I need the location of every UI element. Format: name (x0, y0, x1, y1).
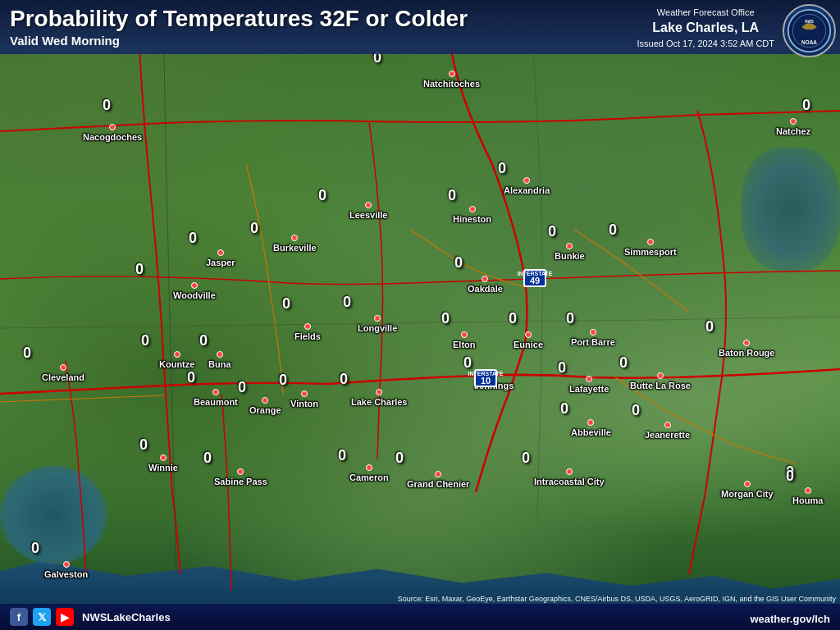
issued-time: Issued Oct 17, 2024 3:52 AM CDT (637, 38, 774, 50)
city-label: Lafayette (569, 376, 609, 394)
city-label: Buna (208, 351, 231, 369)
probability-value: 0 (509, 310, 517, 327)
probability-value: 0 (23, 345, 31, 362)
city-dot (217, 249, 224, 256)
probability-value: 0 (139, 436, 148, 454)
youtube-icon: ▶ (56, 608, 74, 626)
probability-value: 0 (802, 97, 810, 114)
nws-logo: NOAA NWS (783, 4, 836, 57)
svg-point-0 (788, 10, 830, 52)
city-dot (291, 235, 298, 241)
city-label: Alexandria (504, 177, 550, 195)
interstate-shield: INTERSTATE49 (523, 269, 546, 287)
probability-value: 0 (199, 332, 208, 349)
probability-value: 0 (463, 354, 472, 372)
footer: f 𝕏 ▶ NWSLakeCharles weather.gov/lch (0, 604, 840, 630)
city-name: Alexandria (504, 185, 550, 195)
city-label: Burkeville (273, 235, 317, 253)
svg-text:NWS: NWS (805, 20, 814, 24)
city-dot (262, 397, 268, 404)
probability-value: 0 (135, 261, 144, 278)
probability-value: 0 (282, 295, 290, 313)
probability-value: 0 (498, 160, 506, 177)
probability-value: 0 (343, 294, 351, 311)
city-dot (482, 276, 488, 282)
city-name: Abbeville (571, 427, 611, 437)
city-name: Elton (453, 340, 476, 349)
website-url: weather.gov/lch (750, 613, 830, 625)
city-label: Bunkie (555, 243, 585, 261)
city-dot (525, 331, 532, 338)
city-name: Baton Rouge (719, 348, 774, 358)
city-name: Eunice (514, 340, 543, 349)
city-dot (647, 239, 654, 245)
probability-value: 0 (566, 310, 574, 327)
social-icons: f 𝕏 ▶ NWSLakeCharles (10, 608, 171, 626)
city-name: Fields (294, 331, 321, 341)
probability-value: 0 (103, 97, 111, 114)
city-name: Kountze (159, 359, 194, 369)
city-label: Fields (294, 323, 321, 341)
city-name: Morgan City (721, 489, 774, 499)
city-name: Buna (208, 359, 231, 369)
probability-value: 0 (448, 187, 456, 204)
city-label: Intracoastal City (534, 468, 605, 486)
city-dot (664, 422, 671, 428)
probability-value: 0 (548, 223, 556, 240)
probability-value: 0 (340, 371, 348, 388)
city-dot (212, 389, 219, 395)
city-dot (587, 419, 594, 426)
city-dot (657, 372, 664, 379)
office-label: Weather Forecast Office (637, 7, 774, 19)
city-name: Nacogdoches (83, 132, 142, 142)
city-name: Sabine Pass (214, 477, 267, 486)
city-name: Longville (358, 323, 397, 333)
city-label: Natchitoches (423, 71, 480, 89)
city-label: Leesville (349, 202, 387, 220)
city-label: Winnie (148, 454, 178, 472)
city-name: Oakdale (468, 284, 503, 294)
city-dot (160, 454, 167, 461)
city-name: Bunkie (555, 251, 585, 261)
city-name: Houma (792, 495, 823, 505)
city-label: Morgan City (721, 481, 774, 499)
city-dot (304, 323, 311, 330)
city-name: Leesville (349, 210, 387, 220)
city-label: Simmesport (624, 239, 677, 257)
city-name: Simmesport (624, 247, 677, 257)
city-dot (366, 464, 372, 471)
city-name: Jeanerette (645, 430, 690, 440)
city-dot (301, 390, 308, 397)
city-dot (469, 206, 476, 212)
map-container: Probability of Temperatures 32F or Colde… (0, 0, 840, 630)
city-label: Longville (358, 315, 397, 333)
city-dot (191, 282, 198, 289)
probability-value: 0 (395, 450, 404, 467)
city-name: Lafayette (569, 384, 609, 394)
svg-text:NOAA: NOAA (801, 39, 817, 45)
city-name: Winnie (148, 463, 178, 472)
probability-value: 0 (558, 359, 566, 377)
city-name: Galveston (44, 569, 88, 579)
city-label: Butte La Rose (630, 372, 691, 390)
city-name: Burkeville (273, 243, 317, 253)
city-label: Woodville (173, 282, 216, 300)
city-name: Woodville (173, 290, 216, 300)
city-name: Butte La Rose (630, 381, 691, 390)
city-label: Kountze (159, 351, 194, 369)
city-name: Port Barre (571, 337, 615, 347)
city-dot (744, 481, 751, 487)
probability-value: 0 (609, 221, 617, 239)
probability-value: 0 (522, 450, 530, 467)
city-dot (109, 124, 116, 130)
city-label: Galveston (44, 561, 88, 579)
probability-value: 0 (786, 468, 794, 485)
city-name: Lake Charles (351, 397, 407, 407)
probability-value: 0 (279, 372, 287, 389)
social-handle: NWSLakeCharles (82, 611, 171, 623)
city-dot (566, 468, 573, 475)
probability-value: 0 (189, 230, 197, 247)
city-label: Nacogdoches (83, 124, 142, 142)
city-label: Grand Chenier (407, 471, 469, 489)
city-label: Cameron (349, 464, 389, 482)
